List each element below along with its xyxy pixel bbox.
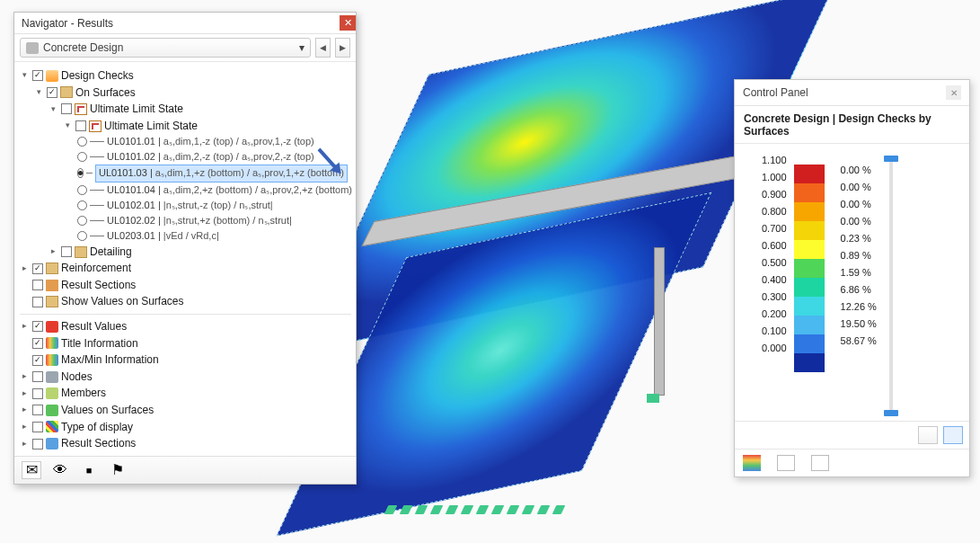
check-item[interactable]: UL0101.04 | aₛ,dim,2,+z (bottom) / aₛ,pr… bbox=[107, 182, 352, 198]
expand-toggle[interactable]: ▸ bbox=[20, 387, 30, 400]
expand-toggle[interactable]: ▸ bbox=[20, 438, 30, 450]
radio[interactable] bbox=[77, 137, 87, 147]
check-item[interactable]: UL0102.01 | |nₛ,strut,-z (top) / nₛ,stru… bbox=[107, 198, 273, 213]
radio[interactable] bbox=[77, 231, 87, 241]
check-desc: aₛ,dim,2,-z (top) / aₛ,prov,2,-z (top) bbox=[163, 151, 314, 162]
check-item[interactable]: UL0101.01 | aₛ,dim,1,-z (top) / aₛ,prov,… bbox=[107, 134, 314, 149]
dash-icon bbox=[90, 236, 104, 236]
check-item[interactable]: UL0101.02 | aₛ,dim,2,-z (top) / aₛ,prov,… bbox=[107, 149, 314, 165]
dash-icon bbox=[90, 190, 104, 191]
checkbox[interactable] bbox=[32, 297, 43, 307]
legend-swatch bbox=[794, 202, 825, 221]
radio[interactable] bbox=[77, 168, 84, 178]
checkbox[interactable] bbox=[47, 87, 57, 98]
checkbox[interactable] bbox=[61, 103, 72, 114]
tree-label: Result Sections bbox=[61, 435, 136, 452]
expand-toggle[interactable]: ▸ bbox=[20, 320, 30, 333]
tree-label: Ultimate Limit State bbox=[104, 118, 198, 135]
legend-percent: 0.23 % bbox=[841, 233, 877, 244]
expand-toggle[interactable]: ▸ bbox=[20, 263, 30, 275]
tree-label: Max/Min Information bbox=[61, 352, 159, 369]
tab-document-icon[interactable] bbox=[811, 455, 829, 471]
legend-swatch bbox=[794, 297, 825, 316]
range-slider[interactable] bbox=[884, 155, 893, 415]
tree-label: On Surfaces bbox=[75, 85, 136, 102]
expand-toggle[interactable]: ▸ bbox=[20, 421, 30, 433]
checkbox[interactable] bbox=[32, 70, 43, 81]
close-icon[interactable]: ✕ bbox=[946, 85, 961, 100]
legend-percent: 0.00 % bbox=[841, 165, 877, 175]
expand-toggle[interactable]: ▾ bbox=[49, 103, 58, 116]
expand-toggle[interactable]: ▾ bbox=[34, 86, 44, 99]
next-button[interactable]: ▶ bbox=[335, 38, 350, 58]
tab-balance-icon[interactable] bbox=[777, 455, 795, 471]
module-icon bbox=[26, 42, 39, 54]
check-desc: |nₛ,strut,+z (bottom) / nₛ,strut| bbox=[163, 215, 292, 226]
tool-eye-icon[interactable]: 👁 bbox=[50, 461, 70, 479]
checkbox[interactable] bbox=[32, 280, 43, 290]
tree-label: Ultimate Limit State bbox=[90, 101, 183, 118]
result-sections-icon bbox=[46, 438, 58, 450]
legend-tick: 1.100 bbox=[762, 155, 787, 165]
checkbox[interactable] bbox=[32, 263, 43, 274]
legend-tick: 0.800 bbox=[762, 206, 787, 217]
expand-toggle[interactable]: ▾ bbox=[20, 69, 30, 82]
range-handle-bottom[interactable] bbox=[884, 410, 898, 416]
check-desc: |nₛ,strut,-z (top) / nₛ,strut| bbox=[163, 200, 273, 210]
dash-icon bbox=[86, 173, 93, 174]
tool-pointer[interactable]: ✉ bbox=[22, 461, 41, 479]
legend-settings-button[interactable] bbox=[918, 426, 938, 444]
checkbox[interactable] bbox=[32, 338, 43, 349]
legend-percent: 58.67 % bbox=[841, 335, 877, 346]
tree-label: Show Values on Surfaces bbox=[61, 293, 184, 310]
check-code: UL0101.03 bbox=[99, 167, 147, 178]
legend-swatch bbox=[794, 240, 825, 259]
check-code: UL0101.04 bbox=[107, 184, 155, 195]
tree-label: Result Values bbox=[61, 318, 127, 335]
design-module-label: Concrete Design bbox=[43, 41, 123, 54]
results-tree[interactable]: ▾Design Checks ▾On Surfaces ▾Ultimate Li… bbox=[14, 62, 356, 456]
radio[interactable] bbox=[77, 152, 87, 162]
check-code: UL0101.01 bbox=[107, 136, 155, 147]
check-item[interactable]: UL0203.01 | |vEd / vRd,c| bbox=[107, 228, 219, 244]
tree-label: Title Information bbox=[61, 335, 138, 352]
radio[interactable] bbox=[77, 216, 87, 226]
radio[interactable] bbox=[77, 200, 87, 210]
checkbox[interactable] bbox=[32, 371, 43, 382]
maxmin-icon bbox=[46, 354, 58, 366]
expand-toggle[interactable]: ▸ bbox=[20, 370, 30, 383]
tree-label: Nodes bbox=[61, 369, 93, 386]
prev-button[interactable]: ◀ bbox=[315, 38, 331, 58]
checkbox[interactable] bbox=[32, 321, 43, 332]
expand-toggle[interactable]: ▸ bbox=[49, 245, 58, 258]
legend-percent: 1.59 % bbox=[841, 267, 877, 278]
checkbox[interactable] bbox=[32, 439, 43, 450]
legend-tick: 0.900 bbox=[762, 189, 787, 200]
close-icon[interactable]: ✕ bbox=[340, 15, 356, 31]
check-item[interactable]: UL0102.02 | |nₛ,strut,+z (bottom) / nₛ,s… bbox=[107, 213, 292, 228]
legend-tick: 0.300 bbox=[762, 291, 787, 302]
legend-swatch bbox=[794, 183, 825, 202]
checkbox[interactable] bbox=[32, 355, 43, 366]
section-icon bbox=[46, 280, 58, 291]
checkbox[interactable] bbox=[75, 120, 86, 131]
checkbox[interactable] bbox=[32, 422, 43, 432]
checkbox[interactable] bbox=[32, 405, 43, 415]
tool-flag-icon[interactable]: ⚑ bbox=[108, 461, 128, 479]
range-handle-top[interactable] bbox=[884, 156, 898, 162]
tab-spectrum-icon[interactable] bbox=[743, 455, 761, 471]
expand-toggle[interactable]: ▾ bbox=[63, 120, 73, 132]
tool-camera-icon[interactable]: ■ bbox=[79, 461, 99, 479]
check-item[interactable]: UL0101.03 | aₛ,dim,1,+z (bottom) / aₛ,pr… bbox=[95, 165, 348, 182]
checkbox[interactable] bbox=[32, 388, 43, 399]
radio[interactable] bbox=[77, 185, 87, 195]
checkbox[interactable] bbox=[61, 246, 72, 257]
expand-toggle[interactable]: ▸ bbox=[20, 404, 30, 416]
dash-icon bbox=[90, 220, 104, 221]
tree-label: Detailing bbox=[90, 244, 132, 261]
navigator-titlebar: Navigator - Results ✕ bbox=[14, 13, 356, 34]
design-icon bbox=[46, 70, 58, 82]
legend-mode-button[interactable] bbox=[943, 426, 963, 444]
design-module-select[interactable]: Concrete Design ▾ bbox=[20, 38, 311, 58]
check-code: UL0102.02 bbox=[107, 215, 155, 226]
